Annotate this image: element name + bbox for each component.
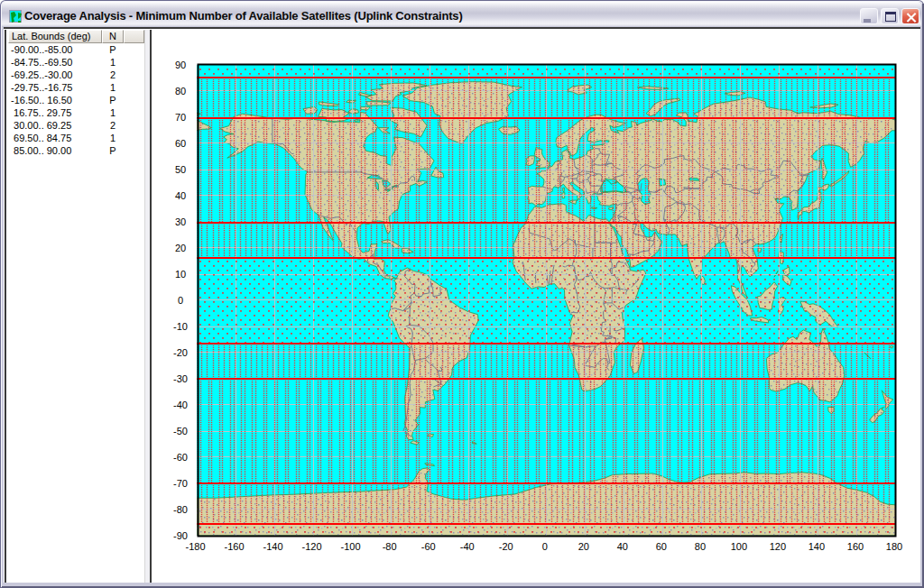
svg-text:40: 40 <box>175 190 186 201</box>
svg-text:30: 30 <box>175 216 186 227</box>
svg-text:-80: -80 <box>383 541 397 552</box>
svg-text:60: 60 <box>175 138 186 149</box>
svg-text:-80: -80 <box>173 504 188 515</box>
svg-text:80: 80 <box>695 541 706 552</box>
svg-text:20: 20 <box>578 541 589 552</box>
svg-text:80: 80 <box>175 86 186 96</box>
svg-text:0: 0 <box>178 295 183 306</box>
svg-text:-20: -20 <box>173 347 188 358</box>
svg-text:10: 10 <box>175 269 186 280</box>
svg-text:140: 140 <box>808 541 825 552</box>
svg-text:50: 50 <box>175 164 186 175</box>
svg-text:-60: -60 <box>173 452 188 463</box>
svg-text:-50: -50 <box>173 426 188 436</box>
svg-text:160: 160 <box>847 541 864 552</box>
svg-text:60: 60 <box>656 541 667 552</box>
svg-text:-60: -60 <box>421 541 436 552</box>
svg-text:100: 100 <box>731 541 747 552</box>
svg-text:-100: -100 <box>341 541 361 552</box>
svg-text:70: 70 <box>175 112 186 123</box>
svg-text:180: 180 <box>886 541 902 552</box>
svg-text:-70: -70 <box>173 478 188 489</box>
svg-text:-160: -160 <box>224 541 244 552</box>
svg-text:-40: -40 <box>460 541 475 552</box>
svg-text:-40: -40 <box>173 400 188 410</box>
svg-text:-90: -90 <box>173 530 188 541</box>
svg-text:-30: -30 <box>173 373 188 384</box>
svg-text:20: 20 <box>175 243 186 253</box>
svg-text:0: 0 <box>542 541 548 552</box>
svg-text:-120: -120 <box>302 541 322 552</box>
svg-text:-10: -10 <box>173 321 188 332</box>
svg-text:-140: -140 <box>263 541 283 552</box>
svg-text:40: 40 <box>617 541 628 552</box>
svg-text:90: 90 <box>175 60 186 70</box>
svg-text:-180: -180 <box>185 541 205 552</box>
svg-text:120: 120 <box>770 541 786 552</box>
svg-text:-20: -20 <box>499 541 513 552</box>
